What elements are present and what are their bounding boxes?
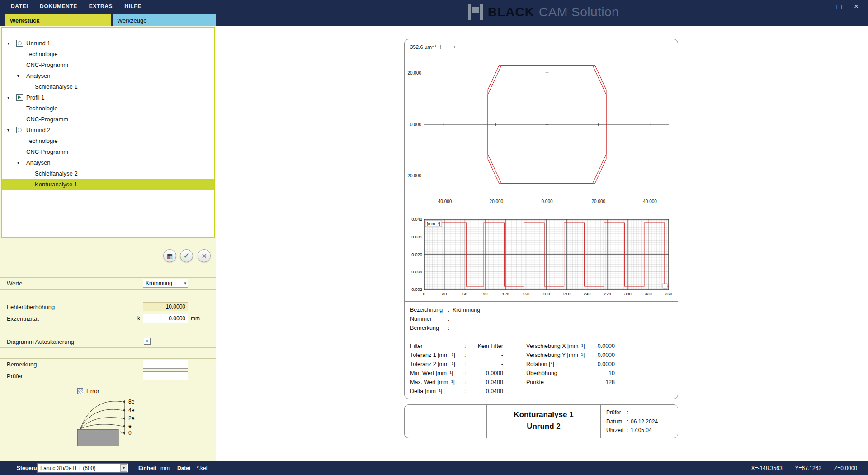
info-colon: : xyxy=(448,305,453,314)
exzentrizitaet-input[interactable] xyxy=(143,314,188,323)
tab-werkzeuge[interactable]: Werkzeuge xyxy=(113,14,216,26)
steuerung-select[interactable]: Fanuc 31i/0i-TF+ (600) ▼ xyxy=(37,463,128,473)
error-level-0: 0 xyxy=(128,430,132,436)
info-value: 0.0400 xyxy=(469,378,503,387)
unrund-icon xyxy=(16,127,23,133)
tree-item-technologie[interactable]: Technologie xyxy=(2,135,214,146)
info-label: Min. Wert [mm⁻¹] xyxy=(410,369,464,378)
error-legend: Error xyxy=(77,388,99,394)
datei-label: Datei xyxy=(177,465,190,471)
info-row: Filter:Kein Filter xyxy=(410,342,503,351)
title-block-label: Datum xyxy=(606,418,627,427)
info-value: - xyxy=(469,360,503,369)
info-value: 0.0000 xyxy=(589,360,615,369)
menu-extras[interactable]: EXTRAS xyxy=(89,3,113,10)
status-bar: Steuerung Fanuc 31i/0i-TF+ (600) ▼ Einhe… xyxy=(0,461,868,475)
autoskalierung-checkbox[interactable]: × xyxy=(144,338,151,345)
title-block-value: 06.12.2024 xyxy=(631,418,678,427)
menu-hilfe[interactable]: HILFE xyxy=(124,3,142,10)
tree-item-analysen[interactable]: ▾Analysen xyxy=(2,157,214,168)
pruefer-input[interactable] xyxy=(143,371,188,380)
tree-item-schleifanalyse-1[interactable]: Schleifanalyse 1 xyxy=(2,81,214,92)
form-separator xyxy=(0,336,216,336)
tree-item-label: Profil 1 xyxy=(26,94,44,101)
tree-item-unrund-2[interactable]: ▾Unrund 2 xyxy=(2,124,214,135)
coord-x: X=-148.3563 xyxy=(751,465,783,471)
tab-werkstueck[interactable]: Werkstück xyxy=(5,14,111,26)
tree-item-label: Unrund 2 xyxy=(26,127,50,133)
form-separator xyxy=(0,358,216,359)
werte-dropdown[interactable]: Krümmung ▾ xyxy=(143,279,188,288)
svg-text:0: 0 xyxy=(423,291,425,296)
tree-item-schleifanalyse-2[interactable]: Schleifanalyse 2 xyxy=(2,168,214,179)
svg-text:-40.000: -40.000 xyxy=(436,199,452,204)
tree-item-konturanalyse-1[interactable]: Konturanalyse 1 xyxy=(2,179,214,190)
title-block-colon: : xyxy=(627,426,631,435)
autoskalierung-label: Diagramm Autoskalierung xyxy=(7,338,74,345)
title-block-value xyxy=(631,408,678,418)
info-row: Delta [mm⁻¹]:0.0400 xyxy=(410,387,503,396)
svg-text:-0.002: -0.002 xyxy=(410,287,422,292)
info-label: Bemerkung xyxy=(410,323,448,332)
info-row: Überhöhung:10 xyxy=(526,369,615,378)
svg-text:0.009: 0.009 xyxy=(411,269,422,274)
tree-item-technologie[interactable]: Technologie xyxy=(2,103,214,114)
info-value: 10 xyxy=(589,369,615,378)
info-label: Bezeichnung xyxy=(410,305,448,314)
tree-item-analysen[interactable]: ▾Analysen xyxy=(2,70,214,81)
tree-item-cnc-programm[interactable]: CNC-Programm xyxy=(2,146,214,157)
fehlerueberhoehung-value[interactable]: 10.0000 xyxy=(143,302,188,311)
cancel-button[interactable]: ✕ xyxy=(198,249,211,262)
expand-arrow-icon[interactable]: ▾ xyxy=(7,95,16,100)
svg-text:[mm⁻¹]: [mm⁻¹] xyxy=(427,221,440,226)
info-value: 0.0000 xyxy=(589,351,615,360)
minimize-button[interactable]: – xyxy=(817,3,826,10)
tree-item-label: Technologie xyxy=(26,51,57,57)
tree-item-technologie[interactable]: Technologie xyxy=(2,48,214,59)
info-colon: : xyxy=(464,342,469,351)
info-row: Bezeichnung:Krümmung xyxy=(410,305,480,314)
expand-arrow-icon[interactable]: ▾ xyxy=(17,160,26,165)
chevron-down-icon: ▾ xyxy=(184,281,186,285)
info-label: Punkte xyxy=(526,378,584,387)
info-value: 0.0000 xyxy=(469,369,503,378)
tree-item-label: Konturanalyse 1 xyxy=(35,181,77,188)
scale-label: 352.6 µm⁻¹ xyxy=(410,44,436,50)
expand-arrow-icon[interactable]: ▾ xyxy=(17,73,26,78)
coord-z: Z=0.0000 xyxy=(834,465,857,471)
close-button[interactable]: ✕ xyxy=(852,3,861,10)
tree-item-label: CNC-Programm xyxy=(26,62,68,68)
info-row: Toleranz 2 [mm⁻¹]:- xyxy=(410,360,503,369)
tree-item-label: Unrund 1 xyxy=(26,40,50,47)
calculate-button[interactable]: ▦ xyxy=(163,249,176,262)
tree-item-unrund-1[interactable]: ▾Unrund 1 xyxy=(2,38,214,48)
workpiece-block xyxy=(77,429,118,446)
title-block-title-cell: Konturanalyse 1 Unrund 2 xyxy=(486,405,601,438)
title-block-row: Uhrzeit:17:05:04 xyxy=(606,426,678,435)
title-block-colon: : xyxy=(627,418,631,427)
tree-item-cnc-programm[interactable]: CNC-Programm xyxy=(2,114,214,124)
svg-text:330: 330 xyxy=(645,291,652,296)
error-level-8e: 8e xyxy=(128,399,135,405)
apply-button[interactable]: ✓ xyxy=(180,249,193,262)
expand-arrow-icon[interactable]: ▾ xyxy=(7,128,16,133)
form-separator xyxy=(0,277,216,278)
menu-dokumente[interactable]: DOKUMENTE xyxy=(40,3,77,10)
bemerkung-input[interactable] xyxy=(143,360,188,369)
title-block-row: Datum:06.12.2024 xyxy=(606,418,678,427)
info-row: Nummer: xyxy=(410,314,480,323)
form-separator xyxy=(0,347,216,348)
maximize-button[interactable]: ▢ xyxy=(835,3,844,10)
svg-text:-20.000: -20.000 xyxy=(406,173,421,178)
form-separator xyxy=(0,381,216,381)
info-label: Filter xyxy=(410,342,464,351)
tree-item-profil-1[interactable]: ▾Profil 1 xyxy=(2,92,214,103)
expand-arrow-icon[interactable]: ▾ xyxy=(7,41,16,46)
y-axis-unit-label: [mm⁻¹] xyxy=(425,221,442,227)
tree-item-cnc-programm[interactable]: CNC-Programm xyxy=(2,59,214,70)
menu-datei[interactable]: DATEI xyxy=(11,3,28,10)
svg-text:0.000: 0.000 xyxy=(541,199,552,204)
werte-row: Werte Krümmung ▾ xyxy=(0,277,216,289)
tree-item-label: CNC-Programm xyxy=(26,148,68,155)
tree-item-label: Analysen xyxy=(26,159,50,166)
